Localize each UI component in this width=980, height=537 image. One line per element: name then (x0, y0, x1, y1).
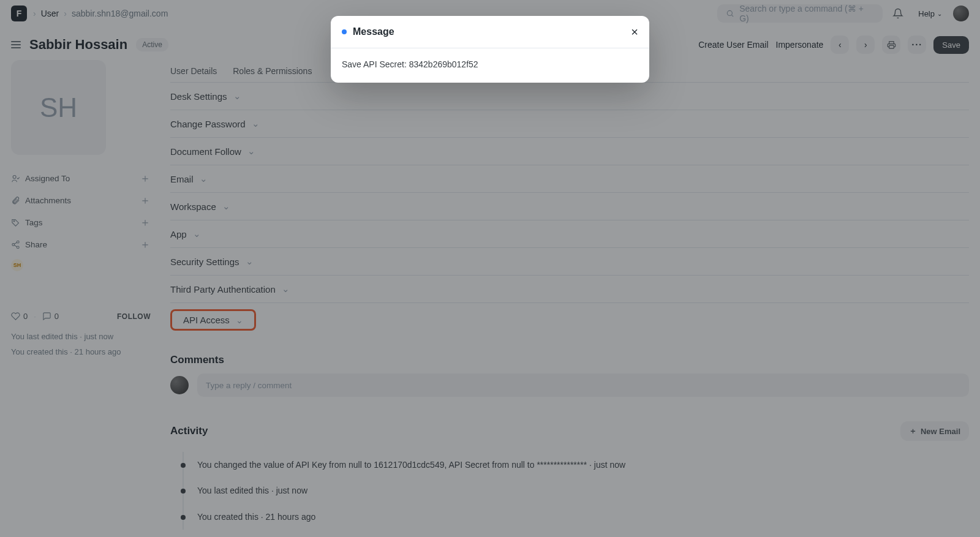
status-dot-icon (342, 29, 347, 34)
close-button[interactable]: × (631, 26, 638, 38)
message-dialog: Message × Save API Secret: 8342b269b012f… (331, 16, 649, 83)
close-icon: × (631, 25, 638, 39)
modal-scrim[interactable]: Message × Save API Secret: 8342b269b012f… (0, 0, 980, 537)
modal-title: Message (353, 26, 394, 37)
modal-body: Save API Secret: 8342b269b012f52 (331, 48, 649, 83)
